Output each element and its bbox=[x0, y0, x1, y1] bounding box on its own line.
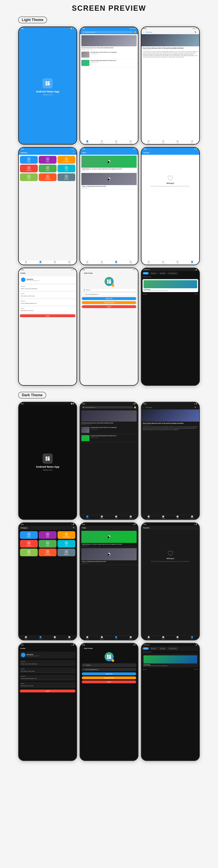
bookmark-icon-dark-art[interactable]: 🔖 bbox=[194, 406, 196, 408]
cache-item[interactable]: Clear caches, search history bbox=[21, 295, 74, 297]
cat-item-world[interactable]: World bbox=[39, 156, 57, 164]
nav-f-cat[interactable]: Favorite bbox=[62, 260, 77, 265]
nav-v-nd[interactable]: Video bbox=[109, 515, 123, 519]
logout-edit-dark[interactable]: Logout! bbox=[82, 680, 136, 683]
play-btn-dark-1[interactable]: ▶ bbox=[108, 535, 110, 538]
clear-all-btn[interactable]: Clear all bbox=[194, 293, 198, 295]
back-icon[interactable]: ← bbox=[143, 31, 145, 33]
cat-tech-dark[interactable]: Technology bbox=[39, 549, 57, 556]
share-icon-dark-art[interactable]: ↑ bbox=[197, 406, 198, 408]
news-item-dark-1[interactable]: US safety body to probe Tesla on in-car … bbox=[80, 426, 138, 434]
nav-f-ad[interactable]: Favorite bbox=[185, 515, 199, 519]
edit-name-dark[interactable]: 👤 Solodruid bbox=[82, 663, 136, 667]
nav-video-light[interactable]: Video bbox=[109, 140, 123, 144]
search-bar-light[interactable]: 🔍 Android News App bbox=[82, 31, 133, 33]
nav-recent-art[interactable]: Recent bbox=[142, 140, 156, 144]
cat-top-dark[interactable]: Top News bbox=[20, 540, 38, 548]
nav-c-vd[interactable]: Category bbox=[95, 636, 109, 640]
nav-r-ad[interactable]: Recent bbox=[142, 515, 156, 519]
cat-item-travel[interactable]: Travel bbox=[58, 165, 75, 172]
back-icon-edit-dark[interactable]: ← bbox=[82, 648, 83, 649]
chip-dnd[interactable]: Do Not Disturb bbox=[167, 272, 178, 275]
update-btn-dark[interactable]: Update data bbox=[82, 672, 136, 675]
nav-r-fav[interactable]: Recent bbox=[142, 260, 156, 265]
edit-avatar-icon-dark[interactable]: ✎ bbox=[111, 659, 114, 662]
nav-fav-art[interactable]: Favorite bbox=[185, 140, 199, 144]
nav-v-vd[interactable]: Video bbox=[109, 636, 123, 640]
nav-r-nd[interactable]: Recent bbox=[80, 515, 95, 519]
nav-r-cd[interactable]: Recent bbox=[19, 636, 33, 640]
logout-btn-dark[interactable]: Logout bbox=[20, 690, 75, 692]
privacy-item[interactable]: Privacy publishing publisher info bbox=[21, 302, 74, 304]
cat-tra-dark[interactable]: Travel bbox=[58, 540, 75, 548]
nav-f-fav[interactable]: Favorite bbox=[185, 260, 199, 265]
back-icon-edit[interactable]: ← bbox=[82, 272, 83, 274]
general-item[interactable]: Theme, text size and notifications bbox=[21, 288, 74, 290]
nav-v-fav[interactable]: Video bbox=[170, 260, 185, 265]
manage-btn-dark[interactable]: Manage bbox=[143, 669, 147, 670]
cat-hea-dark[interactable]: Health bbox=[20, 549, 38, 556]
chip-dnd-dark[interactable]: Do Not Disturb bbox=[167, 647, 178, 650]
logout-btn-light[interactable]: Logout bbox=[20, 314, 75, 317]
change-pass-btn-light[interactable]: Change password bbox=[82, 301, 136, 304]
chip-bluetooth[interactable]: Bluetooth bbox=[150, 272, 158, 275]
edit-avatar-icon[interactable]: ✎ bbox=[111, 284, 114, 287]
about-item-dark[interactable]: Build version, note, share bbox=[21, 685, 74, 687]
nav-recent-light[interactable]: Recent bbox=[80, 140, 95, 144]
play-btn-2[interactable]: ▶ bbox=[108, 178, 110, 180]
nav-f-vd[interactable]: Favorite bbox=[123, 636, 138, 640]
about-item[interactable]: Build version, note, share bbox=[21, 309, 74, 312]
cat-spo-dark[interactable]: Sports bbox=[39, 540, 57, 548]
manage-btn[interactable]: Manage bbox=[143, 293, 147, 295]
search-bar-dark[interactable]: 🔍 Android News App bbox=[82, 406, 133, 408]
nav-v-cd[interactable]: Video bbox=[48, 636, 62, 640]
nav-r-vid[interactable]: Recent bbox=[80, 260, 95, 265]
nav-f-cd[interactable]: Favorite bbox=[62, 636, 77, 640]
chip-pinned-dark[interactable]: Pinned bbox=[143, 647, 149, 650]
cache-item-dark[interactable]: Clear caches, search history bbox=[21, 670, 74, 672]
gen-item-dark[interactable]: Theme, text size and notifications bbox=[21, 663, 74, 665]
cat-world-dark[interactable]: World bbox=[39, 531, 57, 539]
chip-pinned[interactable]: Pinned bbox=[143, 272, 149, 275]
logout-btn-edit-light[interactable]: Logout! bbox=[82, 305, 136, 308]
cat-ent-dark[interactable]: Entertainment bbox=[58, 531, 75, 539]
cat-item-topnews[interactable]: Top News bbox=[20, 165, 38, 172]
cat-pol-dark[interactable]: Politics bbox=[20, 531, 38, 539]
share-icon-art[interactable]: ↑ bbox=[197, 31, 198, 33]
news-headline-0[interactable]: Sonos Room falls just short of the perfe… bbox=[81, 47, 137, 49]
video-item-dark-2[interactable]: ▶ Sintel - an independently produced sho… bbox=[80, 547, 138, 565]
nav-f-vid[interactable]: Favorite bbox=[123, 260, 138, 265]
news-item-2[interactable]: Facebook Parent Meta Appeals UK Ruling T… bbox=[80, 59, 138, 67]
nav-v-ad[interactable]: Video bbox=[170, 515, 185, 519]
cat-item-politics[interactable]: Politics bbox=[20, 156, 38, 164]
news-item-1[interactable]: US safety body to probe Tesla on in-car … bbox=[80, 51, 138, 59]
cat-item-entertainment[interactable]: Entertainment bbox=[58, 156, 75, 164]
back-icon-dark[interactable]: ← bbox=[143, 406, 145, 408]
nav-v-fd[interactable]: Video bbox=[170, 636, 185, 640]
update-btn-light[interactable]: Update data bbox=[82, 297, 136, 300]
play-btn-dark-2[interactable]: ▶ bbox=[108, 553, 110, 556]
nav-vid-art[interactable]: Video bbox=[170, 140, 185, 144]
edit-email-field[interactable]: ✉ help.solodruid@gmail.com bbox=[82, 293, 136, 296]
cat-biz-dark[interactable]: Business bbox=[58, 549, 75, 556]
nav-c-ad[interactable]: Category bbox=[156, 515, 171, 519]
chip-bt-dark[interactable]: Bluetooth bbox=[150, 647, 158, 650]
cat-item-health[interactable]: Health bbox=[20, 173, 38, 181]
nav-favorite-light[interactable]: Favorite bbox=[123, 140, 138, 144]
nav-c-nd[interactable]: Category bbox=[95, 515, 109, 519]
cat-item-sports[interactable]: Sports bbox=[39, 165, 57, 172]
nav-c-cd[interactable]: Category bbox=[33, 636, 48, 640]
chip-flashlight[interactable]: Flashlight bbox=[158, 272, 167, 275]
nav-v-cat[interactable]: Video bbox=[48, 260, 62, 265]
edit-email-dark[interactable]: ✉ help.solodruid@gmail.com bbox=[82, 668, 136, 671]
play-btn-1[interactable]: ▶ bbox=[108, 160, 110, 163]
video-item-dark-1[interactable]: ▶ Big Buck Bunny : the story of a giant … bbox=[80, 530, 138, 547]
nav-c-vid[interactable]: Category bbox=[95, 260, 109, 265]
nav-c-cat[interactable]: Category bbox=[33, 260, 48, 265]
nav-c-fd[interactable]: Category bbox=[156, 636, 171, 640]
chip-flash-dark[interactable]: Flashlight bbox=[158, 647, 167, 650]
nav-r-vd[interactable]: Recent bbox=[80, 636, 95, 640]
video-item-2[interactable]: ▶ Sintel - an independently produced sho… bbox=[80, 172, 138, 190]
video-item-1[interactable]: ▶ Big Buck Bunny : the story of a giant … bbox=[80, 155, 138, 172]
cat-item-business[interactable]: Business bbox=[58, 173, 75, 181]
